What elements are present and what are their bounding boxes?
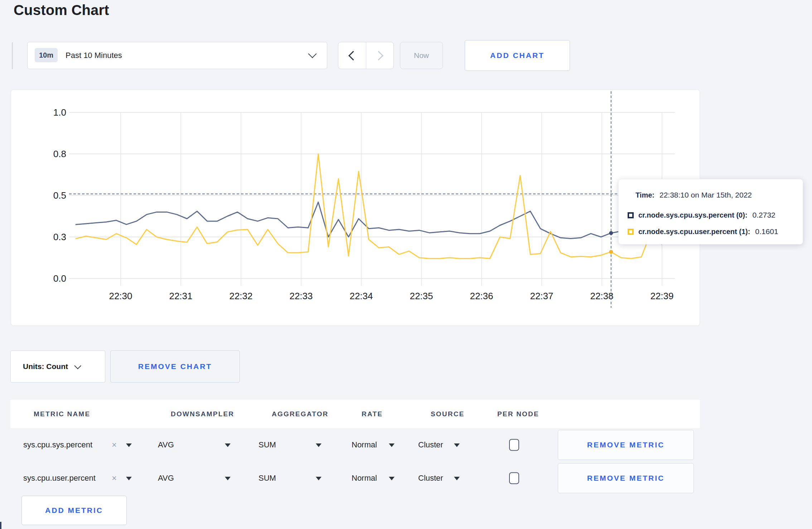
per-node-checkbox[interactable] xyxy=(509,472,519,484)
svg-text:22:39: 22:39 xyxy=(650,291,673,301)
column-header-downsampler: DOWNSAMPLER xyxy=(171,410,234,418)
tooltip-sys-value: 0.2732 xyxy=(753,211,775,219)
clear-metric-icon[interactable]: × xyxy=(112,440,117,450)
downsampler-select[interactable]: AVG xyxy=(158,440,174,450)
metrics-table-header: METRIC NAME DOWNSAMPLER AGGREGATOR RATE … xyxy=(10,400,700,428)
time-range-badge: 10m xyxy=(35,48,58,62)
per-node-checkbox[interactable] xyxy=(509,439,519,451)
clear-metric-icon[interactable]: × xyxy=(112,473,117,483)
table-row: sys.cpu.sys.percent × AVG SUM Normal Clu… xyxy=(10,428,700,461)
tooltip-time-value: 22:38:10 on Mar 15th, 2022 xyxy=(659,191,752,199)
next-time-button[interactable] xyxy=(366,42,394,69)
metric-name-value[interactable]: sys.cpu.user.percent xyxy=(23,474,96,483)
aggregator-select[interactable]: SUM xyxy=(258,474,276,483)
svg-text:22:35: 22:35 xyxy=(410,291,433,301)
svg-text:22:38: 22:38 xyxy=(590,291,613,301)
cpu-usage-chart[interactable]: 1.00.80.50.30.022:3022:3122:3222:3322:34… xyxy=(11,89,700,326)
svg-text:22:36: 22:36 xyxy=(470,291,493,301)
series-user-swatch-icon xyxy=(628,229,634,235)
svg-text:0.0: 0.0 xyxy=(53,273,66,284)
chevron-down-icon xyxy=(74,362,81,369)
units-label: Units: Count xyxy=(23,362,68,371)
aggregator-caret-icon[interactable] xyxy=(316,477,322,480)
chevron-left-icon xyxy=(348,51,358,60)
tooltip-user-value: 0.1601 xyxy=(755,227,778,236)
page-title: Custom Chart xyxy=(14,2,109,18)
column-header-metric-name: METRIC NAME xyxy=(34,410,90,418)
downsampler-caret-icon[interactable] xyxy=(225,477,231,480)
aggregator-caret-icon[interactable] xyxy=(316,443,322,447)
svg-text:1.0: 1.0 xyxy=(53,107,66,118)
remove-chart-button[interactable]: REMOVE CHART xyxy=(110,350,240,383)
downsampler-select[interactable]: AVG xyxy=(158,474,174,483)
chart-tooltip: Time: 22:38:10 on Mar 15th, 2022 cr.node… xyxy=(618,179,803,244)
svg-text:22:33: 22:33 xyxy=(289,291,313,301)
source-caret-icon[interactable] xyxy=(454,443,460,447)
time-range-select[interactable]: 10m Past 10 Minutes xyxy=(27,42,327,69)
metric-name-value[interactable]: sys.cpu.sys.percent xyxy=(23,440,92,450)
remove-metric-button[interactable]: REMOVE METRIC xyxy=(558,463,694,493)
toolbar-divider xyxy=(12,42,13,69)
svg-text:22:34: 22:34 xyxy=(349,291,373,301)
rate-caret-icon[interactable] xyxy=(389,477,395,480)
source-select[interactable]: Cluster xyxy=(418,474,443,483)
source-caret-icon[interactable] xyxy=(454,477,460,480)
column-header-rate: RATE xyxy=(362,410,383,418)
remove-metric-button[interactable]: REMOVE METRIC xyxy=(558,430,694,460)
column-header-aggregator: AGGREGATOR xyxy=(272,410,329,418)
svg-text:0.8: 0.8 xyxy=(53,149,66,159)
column-header-source: SOURCE xyxy=(431,410,465,418)
rate-select[interactable]: Normal xyxy=(352,440,377,450)
time-range-label: Past 10 Minutes xyxy=(66,51,122,60)
aggregator-select[interactable]: SUM xyxy=(258,440,276,450)
svg-text:0.5: 0.5 xyxy=(53,190,66,201)
tooltip-user-name: cr.node.sys.cpu.user.percent (1): xyxy=(638,228,750,236)
rate-select[interactable]: Normal xyxy=(352,474,377,483)
svg-text:22:37: 22:37 xyxy=(530,291,553,301)
tooltip-sys-name: cr.node.sys.cpu.sys.percent (0): xyxy=(638,211,748,219)
prev-time-button[interactable] xyxy=(338,42,366,69)
metric-dropdown-caret-icon[interactable] xyxy=(126,443,132,447)
chevron-right-icon xyxy=(374,51,383,60)
rate-caret-icon[interactable] xyxy=(389,443,395,447)
column-header-per-node: PER NODE xyxy=(497,410,539,418)
svg-text:0.3: 0.3 xyxy=(53,232,66,242)
downsampler-caret-icon[interactable] xyxy=(225,443,231,447)
metric-dropdown-caret-icon[interactable] xyxy=(126,477,132,480)
source-select[interactable]: Cluster xyxy=(418,440,443,450)
add-chart-button[interactable]: ADD CHART xyxy=(465,40,570,71)
window-edge-artifact xyxy=(0,522,1,529)
table-row: sys.cpu.user.percent × AVG SUM Normal Cl… xyxy=(10,461,700,495)
svg-text:22:31: 22:31 xyxy=(169,291,192,301)
add-metric-button[interactable]: ADD METRIC xyxy=(21,496,127,525)
svg-text:22:30: 22:30 xyxy=(109,291,132,301)
chevron-down-icon xyxy=(308,49,316,58)
svg-text:22:32: 22:32 xyxy=(229,291,252,301)
tooltip-time-label: Time: xyxy=(635,191,654,199)
now-button[interactable]: Now xyxy=(400,42,443,69)
time-pager xyxy=(338,42,394,69)
series-sys-swatch-icon xyxy=(628,212,634,218)
units-select[interactable]: Units: Count xyxy=(10,350,105,383)
